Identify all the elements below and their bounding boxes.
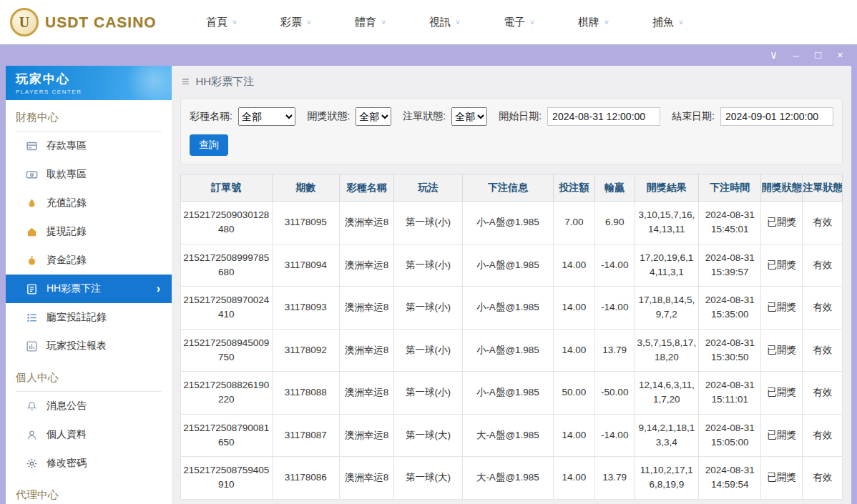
sidebar-item-label: 修改密碼 — [46, 457, 87, 470]
end-date-label: 結束日期: — [672, 110, 715, 123]
logo-icon: U — [10, 8, 39, 36]
sidebar-item-change-password[interactable]: 修改密碼 — [6, 449, 172, 478]
table-cell: 第一球(大) — [393, 457, 462, 500]
table-cell: 14.00 — [553, 329, 594, 372]
nav-item-label: 彩票 — [280, 16, 302, 29]
end-date-input[interactable] — [720, 107, 833, 126]
sidebar-item-deposit-zone[interactable]: 存款專區 — [6, 132, 172, 160]
table-row: 215217250897002441031178093澳洲幸运8第一球(小)小-… — [181, 287, 843, 330]
table-cell: 2152172508790081650 — [181, 414, 273, 457]
sidebar-item-withdraw-record[interactable]: 提現記錄 — [6, 217, 172, 246]
sidebar-item-hh-lottery-bets[interactable]: HH彩票下注› — [6, 275, 172, 303]
nav-item-lottery[interactable]: 彩票∨ — [259, 16, 333, 29]
table-cell: 14.00 — [553, 457, 594, 500]
table-cell: 31178088 — [272, 372, 339, 415]
table-cell: 已開獎 — [761, 202, 803, 244]
sidebar: 玩家中心 PLAYERS CENTER 財務中心存款專區取款專區充值記錄提現記錄… — [6, 66, 172, 504]
filter-actions-row: 查詢 — [190, 134, 833, 156]
close-button[interactable]: × — [829, 44, 851, 66]
window-body: 玩家中心 PLAYERS CENTER 財務中心存款專區取款專區充值記錄提現記錄… — [6, 66, 851, 504]
sidebar-item-recharge-record[interactable]: 充值記錄 — [6, 189, 172, 217]
table-cell: 有效 — [803, 457, 843, 500]
main-content: ≡ HH彩票下注 彩種名稱: 全部 開獎狀態: 全部 注單狀態: 全部 — [172, 66, 851, 504]
table-row: 215217250879008165031178087澳洲幸运8第一球(大)大-… — [181, 414, 843, 457]
sidebar-item-withdraw-zone[interactable]: 取款專區 — [6, 160, 172, 189]
table-cell: 大-A盤@1.985 — [463, 414, 554, 457]
table-cell: 有效 — [803, 287, 843, 330]
table-cell: 澳洲幸运8 — [339, 244, 393, 287]
table-cell: 3,5,7,15,8,17,18,20 — [635, 329, 699, 372]
start-date-input[interactable] — [547, 107, 660, 126]
filter-row: 彩種名稱: 全部 開獎狀態: 全部 注單狀態: 全部 開始日期: 結束日期: — [190, 107, 833, 126]
table-cell: 澳洲幸运8 — [339, 414, 393, 457]
sidebar-item-funds-record[interactable]: 資金記錄 — [6, 246, 172, 275]
table-cell: 小-A盤@1.985 — [463, 287, 554, 330]
table-cell: 已開獎 — [761, 329, 803, 372]
maximize-button[interactable]: □ — [807, 44, 829, 66]
minimize-button[interactable]: – — [785, 44, 807, 66]
section-header-agent: 代理中心 — [6, 478, 172, 504]
table-cell: 已開獎 — [761, 244, 803, 287]
sidebar-item-hall-bet-records[interactable]: 廳室投註記錄 — [6, 303, 172, 332]
column-header: 投注額 — [553, 174, 594, 202]
table-cell: 14.00 — [553, 287, 594, 330]
rollup-button[interactable]: ∨ — [763, 44, 785, 66]
table-cell: 11,10,2,17,16,8,19,9 — [635, 457, 699, 500]
table-cell: 17,20,19,6,14,11,3,1 — [635, 244, 699, 287]
bet-status-select[interactable]: 全部 — [451, 107, 487, 126]
column-header: 訂單號 — [181, 174, 273, 202]
table-cell: 2024-08-31 15:45:01 — [699, 202, 761, 244]
sidebar-item-player-bet-report[interactable]: 玩家投注報表 — [6, 332, 172, 360]
nav-item-egames[interactable]: 電子∨ — [482, 16, 557, 29]
draw-status-select[interactable]: 全部 — [356, 107, 391, 126]
table-cell: 有效 — [803, 202, 843, 244]
table-cell: 有效 — [803, 329, 843, 372]
sidebar-item-announcements[interactable]: 消息公告 — [6, 392, 172, 420]
table-cell: 第一球(小) — [393, 287, 462, 330]
table-cell: 小-A盤@1.985 — [463, 202, 554, 244]
chevron-right-icon: › — [157, 282, 160, 295]
column-header: 期數 — [272, 174, 339, 202]
lottery-select[interactable]: 全部 — [238, 107, 296, 126]
sidebar-item-label: 存款專區 — [46, 139, 87, 152]
column-header: 下注時間 — [699, 174, 761, 202]
filter-panel: 彩種名稱: 全部 開獎狀態: 全部 注單狀態: 全部 開始日期: 結束日期: — [180, 98, 843, 165]
column-header: 下注信息 — [463, 174, 554, 202]
table-cell: 已開獎 — [761, 287, 803, 330]
section-header-label: 個人中心 — [16, 371, 162, 392]
nav-item-chess[interactable]: 棋牌∨ — [557, 16, 631, 29]
table-cell: 小-A盤@1.985 — [463, 329, 554, 372]
table-cell: 大-A盤@1.985 — [463, 457, 554, 500]
table-cell: -14.00 — [595, 287, 635, 330]
gear-icon — [26, 458, 38, 470]
table-cell: 3,10,15,7,16,14,13,11 — [635, 202, 699, 244]
nav-item-label: 棋牌 — [578, 16, 599, 29]
lottery-filter-label: 彩種名稱: — [190, 110, 232, 123]
search-button[interactable]: 查詢 — [190, 134, 228, 156]
nav-item-fishing[interactable]: 捕魚∨ — [631, 16, 705, 29]
nav-item-home[interactable]: 首頁∨ — [185, 16, 259, 29]
nav-item-video[interactable]: 視訊∨ — [408, 16, 482, 29]
table-cell: 有效 — [803, 414, 843, 457]
start-date-label: 開始日期: — [499, 110, 542, 123]
table-cell: 9,14,2,1,18,13,3,4 — [635, 414, 699, 457]
sidebar-item-label: 取款專區 — [46, 168, 87, 181]
nav-item-sports[interactable]: 體育∨ — [333, 16, 408, 29]
bell-icon — [26, 400, 38, 412]
sidebar-menu: 財務中心存款專區取款專區充值記錄提現記錄資金記錄HH彩票下注›廳室投註記錄玩家投… — [6, 100, 172, 504]
recharge-icon — [26, 197, 38, 209]
section-header-finance: 財務中心 — [6, 100, 172, 132]
menu-toggle-icon[interactable]: ≡ — [182, 74, 190, 89]
logo[interactable]: U USDT CASINO — [10, 8, 166, 36]
table-container: 訂單號期數彩種名稱玩法下注信息投注額輸贏開獎結果下注時間開獎狀態注單狀態 215… — [180, 174, 843, 500]
column-header: 玩法 — [393, 174, 462, 202]
nav-item-label: 體育 — [355, 16, 376, 29]
sidebar-item-profile[interactable]: 個人資料 — [6, 420, 172, 449]
column-header: 開獎結果 — [635, 174, 699, 202]
table-cell: 第一球(大) — [393, 414, 462, 457]
nav-item-label: 電子 — [504, 16, 525, 29]
table-cell: 有效 — [803, 244, 843, 287]
table-cell: 2152172508945009750 — [181, 329, 273, 372]
column-header: 注單狀態 — [803, 174, 843, 202]
sidebar-item-label: 提現記錄 — [46, 225, 87, 238]
